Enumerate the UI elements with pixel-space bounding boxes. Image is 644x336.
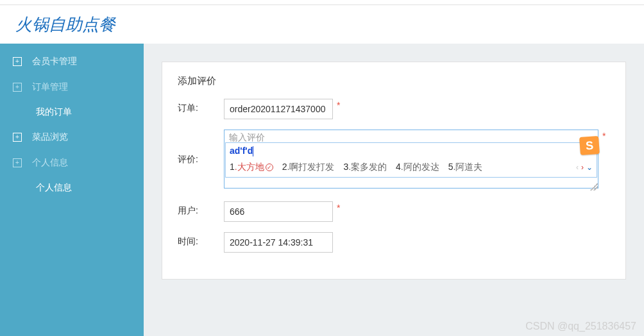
ime-candidate-2[interactable]: 2.啊打发打发 (282, 162, 335, 173)
app-header: 火锅自助点餐 (0, 5, 644, 44)
ime-candidate-1[interactable]: 1.大方地✓ (230, 162, 273, 173)
sidebar-item-label: 个人信息 (32, 157, 68, 169)
ime-candidate-3[interactable]: 3.案多发的 (343, 162, 387, 173)
ime-cursor-icon (253, 146, 253, 156)
ime-candidate-5[interactable]: 5.阿道夫 (448, 162, 483, 173)
ime-prev-icon[interactable]: ‹ (576, 163, 579, 172)
form-row-user: 用户: * (178, 201, 610, 222)
browser-bookmarks-bar (0, 0, 644, 5)
plus-box-icon: + (13, 57, 22, 66)
sidebar-item-label: 个人信息 (36, 182, 72, 194)
user-label: 用户: (178, 201, 224, 217)
sidebar-item-label: 菜品浏览 (32, 131, 68, 143)
ime-composition-text: ad'f'd (230, 146, 253, 156)
ime-candidate-list: 1.大方地✓ 2.啊打发打发 3.案多发的 4.阿的发达 5.阿道夫 ‹ › ⌄ (226, 159, 597, 177)
order-input[interactable] (224, 99, 333, 119)
cloud-badge-icon: ✓ (266, 164, 273, 171)
sidebar-item-label: 会员卡管理 (32, 56, 77, 67)
ime-next-icon[interactable]: › (581, 163, 584, 172)
panel-title: 添加评价 (178, 75, 610, 87)
form-row-time: 时间: (178, 232, 610, 253)
sidebar: + 会员卡管理 + 订单管理 我的订单 + 菜品浏览 + 个人信息 个人信息 (0, 44, 144, 336)
sidebar-item-label: 我的订单 (36, 106, 72, 118)
sidebar-item-my-orders[interactable]: 我的订单 (0, 100, 144, 124)
sidebar-item-dishes[interactable]: + 菜品浏览 (0, 124, 144, 150)
sidebar-item-profile-group[interactable]: + 个人信息 (0, 150, 144, 176)
sidebar-item-membership[interactable]: + 会员卡管理 (0, 49, 144, 74)
sidebar-item-orders[interactable]: + 订单管理 (0, 74, 144, 100)
required-mark: * (602, 130, 606, 141)
review-label: 评价: (178, 130, 224, 165)
required-mark: * (337, 201, 340, 213)
form-row-order: 订单: * (178, 99, 610, 119)
sidebar-item-profile[interactable]: 个人信息 (0, 176, 144, 200)
plus-box-icon: + (13, 83, 22, 92)
order-label: 订单: (178, 99, 224, 114)
main-content: 添加评价 订单: * 评价: 输入评价 S ad'f'd (144, 44, 644, 336)
ime-nav: ‹ › ⌄ (576, 163, 593, 172)
resize-handle-icon[interactable] (590, 183, 598, 190)
app-title: 火锅自助点餐 (15, 13, 115, 36)
watermark: CSDN @qq_251836457 (525, 321, 636, 332)
add-review-panel: 添加评价 订单: * 评价: 输入评价 S ad'f'd (162, 62, 626, 280)
required-mark: * (337, 99, 340, 110)
user-input[interactable] (224, 201, 333, 222)
plus-box-icon: + (13, 133, 22, 142)
ime-expand-icon[interactable]: ⌄ (586, 163, 593, 172)
ime-candidate-4[interactable]: 4.阿的发达 (396, 162, 439, 173)
plus-box-icon: + (13, 158, 22, 167)
sidebar-item-label: 订单管理 (32, 81, 68, 93)
time-label: 时间: (178, 232, 224, 248)
time-input[interactable] (224, 232, 333, 253)
ime-composition: ad'f'd (226, 143, 597, 159)
form-row-review: 评价: 输入评价 S ad'f'd 1.大方地✓ 2.啊打发打发 3.案多发的 (178, 130, 610, 191)
ime-candidate-panel: S ad'f'd 1.大方地✓ 2.啊打发打发 3.案多发的 4.阿的发达 5.… (225, 142, 597, 178)
